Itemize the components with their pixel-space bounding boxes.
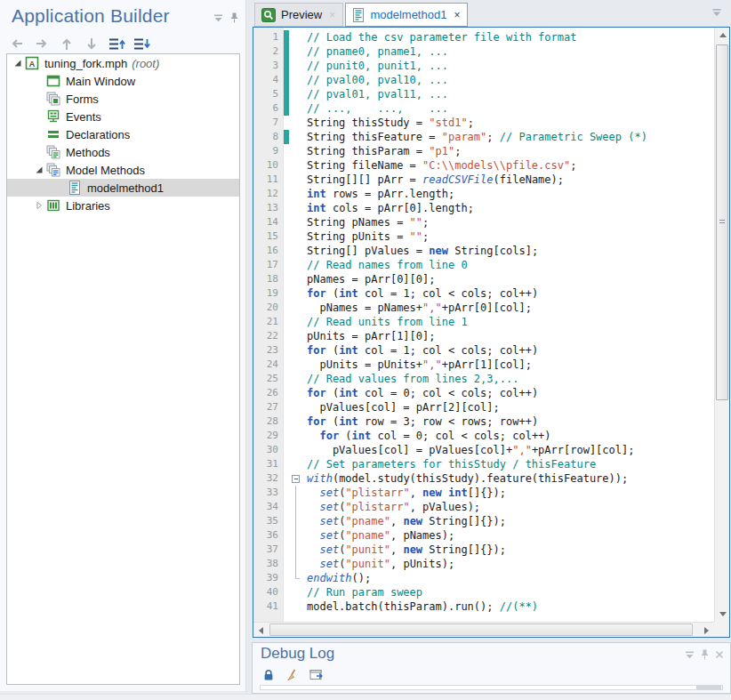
line-number[interactable]: 32 — [253, 471, 284, 486]
line-number[interactable]: 4 — [253, 73, 284, 87]
line-number[interactable]: 11 — [253, 173, 284, 187]
code-line[interactable]: 11String[][] pArr = readCSVFile(fileName… — [253, 173, 714, 187]
line-number[interactable]: 10 — [253, 158, 284, 173]
vertical-scroll-thumb[interactable] — [716, 44, 728, 400]
tab-close-icon[interactable]: × — [329, 9, 335, 21]
scroll-down-icon[interactable] — [715, 607, 730, 622]
code-line[interactable]: 12int rows = pArr.length; — [253, 187, 714, 201]
line-number[interactable]: 24 — [253, 358, 284, 372]
code-line[interactable]: 22pUnits = pArr[1][0]; — [253, 329, 714, 343]
code-line[interactable]: 17// Read names from line 0 — [253, 258, 714, 272]
list-up-button[interactable] — [108, 36, 125, 51]
code-line[interactable]: 34 set("plistarr", pValues); — [253, 500, 714, 514]
line-number[interactable]: 40 — [253, 585, 284, 599]
line-number[interactable]: 39 — [253, 571, 284, 585]
debug-scroll-thumb[interactable] — [696, 686, 721, 689]
line-number[interactable]: 23 — [253, 343, 284, 358]
line-number[interactable]: 29 — [253, 429, 284, 443]
code-line[interactable]: 15String pUnits = ""; — [253, 229, 714, 244]
line-number[interactable]: 1 — [253, 30, 284, 44]
code-viewport[interactable]: 1// Load the csv parameter file with for… — [253, 28, 714, 622]
fold-collapse-icon[interactable] — [289, 471, 303, 486]
line-number[interactable]: 34 — [253, 500, 284, 514]
code-line[interactable]: 18pNames = pArr[0][0]; — [253, 272, 714, 286]
line-number[interactable]: 9 — [253, 144, 284, 158]
move-down-button[interactable] — [84, 36, 100, 51]
tree-item-methods[interactable]: Methods — [7, 143, 239, 161]
move-up-button[interactable] — [59, 36, 75, 51]
code-line[interactable]: 9String thisParam = "p1"; — [253, 144, 714, 158]
scroll-up-icon[interactable] — [715, 28, 730, 43]
code-line[interactable]: 28for (int row = 3; row < rows; row++) — [253, 414, 714, 429]
nav-forward-button[interactable] — [34, 36, 50, 51]
expander-collapsed-icon[interactable] — [32, 198, 46, 213]
clear-log-button[interactable] — [285, 668, 300, 681]
line-number[interactable]: 2 — [253, 44, 284, 59]
line-number[interactable]: 27 — [253, 400, 284, 414]
pin-icon[interactable] — [701, 649, 709, 660]
line-number[interactable]: 12 — [253, 187, 284, 201]
close-icon[interactable] — [715, 650, 724, 659]
code-line[interactable]: 29 for (int col = 0; col < cols; col++) — [253, 429, 714, 443]
panel-menu-chevron-icon[interactable] — [685, 651, 695, 659]
code-line[interactable]: 5// pval01, pval11, ... — [253, 87, 714, 101]
line-number[interactable]: 8 — [253, 130, 284, 144]
line-number[interactable]: 5 — [253, 87, 284, 101]
line-number[interactable]: 13 — [253, 201, 284, 215]
code-line[interactable]: 26for (int col = 0; col < cols; col++) — [253, 386, 714, 400]
line-number[interactable]: 7 — [253, 116, 284, 130]
code-line[interactable]: 6// ..., ..., ... — [253, 101, 714, 116]
tab-close-icon[interactable]: × — [454, 9, 460, 21]
tree-item-declarations[interactable]: Declarations — [7, 125, 239, 143]
export-log-button[interactable] — [309, 668, 324, 681]
code-line[interactable]: 14String pNames = ""; — [253, 215, 714, 229]
code-line[interactable]: 30 pValues[col] = pValues[col]+","+pArr[… — [253, 443, 714, 457]
debug-horizontal-scrollbar[interactable] — [260, 685, 723, 690]
code-line[interactable]: 32with(model.study(thisStudy).feature(th… — [253, 471, 714, 486]
horizontal-scroll-thumb[interactable] — [269, 624, 693, 636]
code-line[interactable]: 36 set("pname", pNames); — [253, 528, 714, 543]
line-number[interactable]: 36 — [253, 528, 284, 543]
line-number[interactable]: 35 — [253, 514, 284, 528]
tab-preview[interactable]: Preview× — [254, 3, 343, 27]
tree-item-main-window[interactable]: Main Window — [7, 72, 239, 90]
line-number[interactable]: 31 — [253, 457, 284, 471]
tree-item-forms[interactable]: Forms — [7, 90, 239, 108]
scroll-left-icon[interactable] — [253, 623, 269, 638]
line-number[interactable]: 17 — [253, 258, 284, 272]
code-line[interactable]: 20 pNames = pNames+","+pArr[0][col]; — [253, 301, 714, 315]
line-number[interactable]: 28 — [253, 414, 284, 429]
line-number[interactable]: 15 — [253, 229, 284, 244]
tab-list-chevron-icon[interactable] — [711, 8, 722, 17]
code-line[interactable]: 2// pname0, pname1, ... — [253, 44, 714, 59]
code-line[interactable]: 37 set("punit", new String[]{}); — [253, 543, 714, 557]
code-line[interactable]: 41model.batch(thisParam).run(); //(**) — [253, 599, 714, 614]
list-down-button[interactable] — [133, 36, 149, 51]
line-number[interactable]: 3 — [253, 59, 284, 73]
code-line[interactable]: 27 pValues[col] = pArr[2][col]; — [253, 400, 714, 414]
code-line[interactable]: 25// Read values from lines 2,3,... — [253, 372, 714, 386]
line-number[interactable]: 30 — [253, 443, 284, 457]
code-line[interactable]: 19for (int col = 1; col < cols; col++) — [253, 286, 714, 301]
horizontal-scrollbar[interactable] — [253, 622, 714, 637]
code-line[interactable]: 33 set("plistarr", new int[]{}); — [253, 486, 714, 500]
code-line[interactable]: 39endwith(); — [253, 571, 714, 585]
code-line[interactable]: 23for (int col = 1; col < cols; col++) — [253, 343, 714, 358]
line-number[interactable]: 22 — [253, 329, 284, 343]
tree-item-tuning-fork-mph[interactable]: Atuning_fork.mph(root) — [7, 54, 239, 72]
code-line[interactable]: 10String fileName = "C:\\models\\pfile.c… — [253, 158, 714, 173]
tree-item-model-methods[interactable]: Model Methods — [7, 161, 239, 179]
pin-icon[interactable] — [230, 12, 238, 23]
code-line[interactable]: 13int cols = pArr[0].length; — [253, 201, 714, 215]
expander-expanded-icon[interactable] — [11, 56, 25, 70]
code-line[interactable]: 3// punit0, punit1, ... — [253, 59, 714, 73]
code-line[interactable]: 1// Load the csv parameter file with for… — [253, 30, 714, 44]
code-line[interactable]: 8String thisFeature = "param"; // Parame… — [253, 130, 714, 144]
lock-button[interactable] — [261, 668, 276, 681]
line-number[interactable]: 18 — [253, 272, 284, 286]
line-number[interactable]: 6 — [253, 101, 284, 116]
line-number[interactable]: 16 — [253, 244, 284, 258]
code-line[interactable]: 21// Read units from line 1 — [253, 315, 714, 329]
code-line[interactable]: 7String thisStudy = "std1"; — [253, 116, 714, 130]
code-line[interactable]: 38 set("punit", pUnits); — [253, 557, 714, 571]
